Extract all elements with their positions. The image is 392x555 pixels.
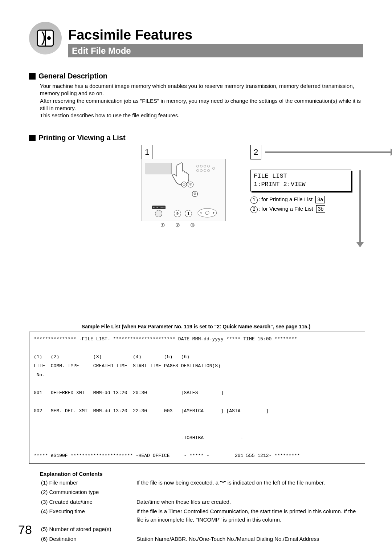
expl-left: (4) Executing time: [41, 507, 135, 524]
flow-arrow-down-icon: [359, 170, 361, 243]
table-row: (5) Number of stored page(s): [41, 525, 362, 534]
function-button-icon: [155, 210, 162, 217]
bullet-square-icon: [29, 135, 36, 141]
key-1-button: 1: [185, 210, 192, 217]
step-2-box: 2: [250, 145, 261, 159]
expl-left: (2) Communication type: [41, 488, 135, 497]
table-row: (4) Executing timeIf the file is a Timer…: [41, 507, 362, 524]
control-panel-illustration: ① ③ ② FUNCTION 9 1: [142, 159, 226, 221]
option-1-number: 1: [250, 197, 258, 204]
lcd-line-1: FILE LIST: [254, 172, 348, 181]
table-row: (6) DestinationStation Name/ABBR. No./On…: [41, 535, 362, 544]
expl-left: (5) Number of stored page(s): [41, 525, 135, 534]
expl-left: (3) Created date/time: [41, 498, 135, 507]
expl-right: If the file is now being executed, a "*"…: [136, 478, 362, 487]
general-description-p2: After reserving the communication job as…: [40, 97, 363, 112]
lcd-line-2: 1:PRINT 2:VIEW: [254, 181, 348, 189]
step-1-box: 1: [142, 145, 152, 159]
option-2-text: : for Viewing a File List: [258, 206, 313, 212]
function-label: FUNCTION: [152, 206, 166, 209]
section-bar: Edit File Mode: [68, 44, 363, 57]
expl-right: If the file is a Timer Controlled Commun…: [136, 507, 362, 524]
flow-arrow-down-head-icon: [356, 242, 364, 247]
panel-caption-2: ②: [175, 222, 190, 228]
heading-general-description: General Description: [38, 72, 107, 80]
expl-right: [136, 525, 362, 534]
general-description-p1: Your machine has a document image memory…: [40, 82, 363, 97]
option-1-text: : for Printing a File List: [258, 196, 313, 202]
svg-point-3: [205, 211, 209, 215]
expl-left: (1) File number: [41, 478, 135, 487]
sample-file-list-caption: Sample File List (when Fax Parameter No.…: [29, 323, 363, 330]
navigation-pad-icon: [197, 208, 217, 218]
heading-printing-viewing: Printing or Viewing a List: [38, 134, 126, 142]
expl-right: Station Name/ABBR. No./One-Touch No./Man…: [136, 535, 362, 544]
general-description-p3: This section describes how to use the fi…: [40, 112, 363, 119]
explanation-table: (1) File numberIf the file is now being …: [40, 478, 363, 544]
flow-arrow-right-head-icon: [391, 149, 392, 156]
key-9-button: 9: [174, 210, 181, 217]
expl-right: Date/time when these files are created.: [136, 498, 362, 507]
explanation-heading: Explanation of Contents: [40, 470, 363, 478]
chapter-icon: [29, 22, 62, 54]
chapter-title: Facsimile Features: [68, 27, 192, 43]
svg-point-1: [47, 36, 51, 40]
panel-mark-3: ③: [188, 182, 193, 187]
bullet-square-icon: [29, 73, 36, 80]
lcd-display: FILE LIST 1:PRINT 2:VIEW: [250, 170, 351, 191]
panel-mark-2: ②: [192, 191, 198, 197]
panel-caption-1: ①: [160, 222, 175, 228]
link-3a: 3a: [315, 196, 325, 203]
expl-left: (6) Destination: [41, 535, 135, 544]
table-row: (1) File numberIf the file is now being …: [41, 478, 362, 487]
sample-file-list-box: *************** -FILE LIST- ************…: [29, 332, 365, 464]
expl-right: [136, 488, 362, 497]
table-row: (3) Created date/timeDate/time when thes…: [41, 498, 362, 507]
page-number: 78: [18, 523, 32, 537]
panel-mark-1: ①: [181, 182, 187, 187]
table-row: (2) Communication type: [41, 488, 362, 497]
link-3b: 3b: [316, 205, 326, 213]
option-2-number: 2: [250, 206, 258, 213]
panel-caption-3: ③: [190, 222, 205, 228]
